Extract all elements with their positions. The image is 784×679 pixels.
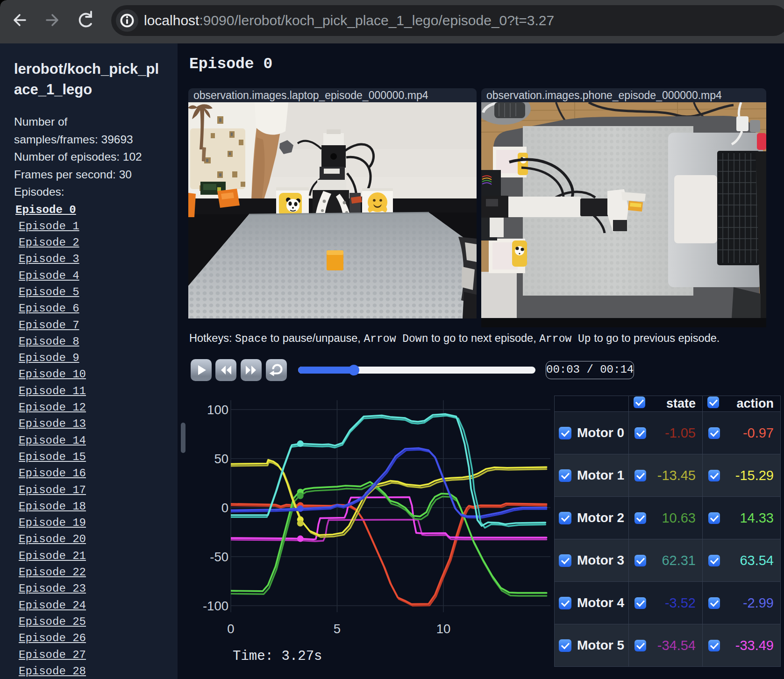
svg-text:0: 0: [227, 622, 234, 636]
svg-text:100: 100: [207, 403, 228, 417]
svg-text:0: 0: [221, 501, 228, 515]
svg-text:-100: -100: [203, 599, 228, 613]
svg-text:50: 50: [214, 452, 228, 466]
svg-text:10: 10: [436, 622, 451, 636]
svg-text:5: 5: [334, 622, 341, 636]
svg-text:-50: -50: [210, 550, 228, 564]
